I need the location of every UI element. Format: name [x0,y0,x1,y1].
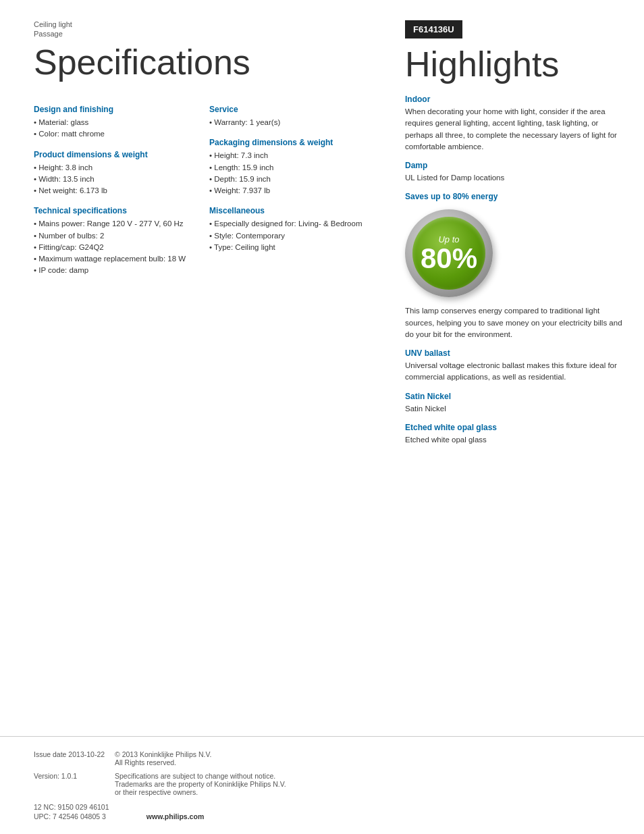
spec-item: Weight: 7.937 lb [209,185,371,197]
highlight-etched-title: Etched white opal glass [405,423,624,432]
badge-percent-label: 80% [421,244,477,273]
badge-outer: Up to 80% [405,209,493,297]
product-code: F614136U [405,20,462,38]
spec-col-left: Design and finishing Material: glass Col… [34,95,196,277]
page: Ceiling light Passage Specifications Des… [0,0,644,834]
section-title-design: Design and finishing [34,105,196,114]
section-title-service: Service [209,105,371,114]
spec-item: Net weight: 6.173 lb [34,185,196,197]
footer: Issue date 2013-10-22 © 2013 Koninklijke… [0,736,644,834]
footer-upc: UPC: 7 42546 04805 3 [34,812,106,820]
spec-item: Color: matt chrome [34,128,196,140]
spec-columns: Design and finishing Material: glass Col… [34,95,371,277]
spec-item: Width: 13.5 inch [34,174,196,185]
highlight-unv-title: UNV ballast [405,348,624,358]
spec-item: Height: 3.8 inch [34,162,196,174]
highlight-unv-text: Universal voltage electronic ballast mak… [405,360,624,384]
highlight-satin-title: Satin Nickel [405,392,624,401]
right-panel: F614136U Highlights Indoor When decorati… [392,0,644,736]
spec-item: Maximum wattage replacement bulb: 18 W [34,253,196,265]
highlight-damp-title: Damp [405,161,624,170]
footer-version-value: Specifications are subject to change wit… [115,772,610,796]
spec-item: Mains power: Range 120 V - 277 V, 60 Hz [34,218,196,230]
left-panel: Ceiling light Passage Specifications Des… [0,0,392,736]
spec-item: Fitting/cap: G24Q2 [34,242,196,253]
footer-website: www.philips.com [146,812,204,820]
spec-item: Warranty: 1 year(s) [209,117,371,128]
spec-item: Number of bulbs: 2 [34,230,196,242]
spec-item: IP code: damp [34,265,196,276]
footer-nc-number: 12 NC: 9150 029 46101 [34,803,610,811]
highlight-etched-text: Etched white opal glass [405,434,624,446]
energy-badge: Up to 80% [405,209,493,297]
highlight-indoor-title: Indoor [405,95,624,104]
main-content: Ceiling light Passage Specifications Des… [0,0,644,736]
section-title-packaging: Packaging dimensions & weight [209,138,371,147]
spec-item: Depth: 15.9 inch [209,174,371,185]
spec-item: Material: glass [34,117,196,128]
section-title-misc: Miscellaneous [209,206,371,215]
spec-col-right: Service Warranty: 1 year(s) Packaging di… [209,95,371,277]
spec-item: Style: Contemporary [209,230,371,242]
footer-nc: 12 NC: 9150 029 46101 UPC: 7 42546 04805… [34,803,610,820]
highlight-damp-text: UL Listed for Damp locations [405,172,624,184]
section-title-technical: Technical specifications [34,206,196,215]
highlight-satin-text: Satin Nickel [405,403,624,415]
section-title-dimensions: Product dimensions & weight [34,150,196,159]
footer-grid: Issue date 2013-10-22 © 2013 Koninklijke… [34,750,610,796]
product-type: Ceiling light [34,20,371,28]
highlight-indoor-text: When decorating your home with light, co… [405,106,624,153]
spec-item: Type: Ceiling light [209,242,371,253]
spec-item: Length: 15.9 inch [209,162,371,174]
highlight-energy-text: This lamp conserves energy compared to t… [405,305,624,340]
footer-issue-value: © 2013 Koninklijke Philips N.V.All Right… [115,750,610,766]
product-name: Passage [34,30,371,38]
spec-item: Height: 7.3 inch [209,150,371,161]
badge-inner: Up to 80% [412,217,485,290]
highlight-energy-title: Saves up to 80% energy [405,192,624,201]
page-title: Specifications [34,43,371,82]
highlights-title: Highlights [405,45,624,84]
spec-item: Especially designed for: Living- & Bedro… [209,218,371,230]
footer-issue-label: Issue date 2013-10-22 [34,750,115,766]
footer-version-label: Version: 1.0.1 [34,772,115,796]
